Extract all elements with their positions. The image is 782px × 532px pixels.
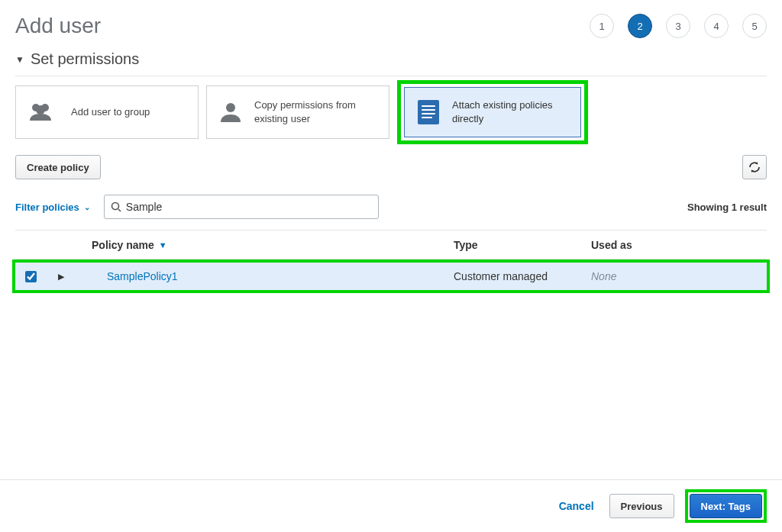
wizard-step-4[interactable]: 4 (704, 14, 729, 38)
svg-rect-4 (418, 100, 439, 124)
refresh-icon (748, 161, 761, 173)
highlighted-row: ▶ SamplePolicy1 Customer managed None (12, 260, 770, 293)
column-used-as[interactable]: Used as (591, 239, 767, 251)
wizard-step-2[interactable]: 2 (628, 14, 652, 38)
search-box[interactable] (104, 195, 379, 219)
search-icon (111, 202, 121, 212)
expand-row[interactable]: ▶ (46, 272, 76, 282)
perm-card-label: Attach existing policies directly (452, 98, 570, 126)
caret-right-icon: ▶ (58, 272, 64, 282)
column-label: Policy name (92, 239, 154, 251)
cancel-button[interactable]: Cancel (559, 500, 594, 512)
column-type[interactable]: Type (454, 239, 591, 251)
chevron-down-icon: ⌄ (84, 203, 90, 211)
policy-type: Customer managed (454, 270, 591, 282)
wizard-footer: Cancel Previous Next: Tags (0, 479, 782, 532)
column-policy-name[interactable]: Policy name ▼ (76, 239, 454, 251)
wizard-steps: 1 2 3 4 5 (590, 14, 767, 38)
table-row[interactable]: ▶ SamplePolicy1 Customer managed None (15, 263, 767, 290)
policy-link[interactable]: SamplePolicy1 (92, 270, 178, 282)
perm-card-copy-permissions[interactable]: Copy permissions from existing user (206, 85, 389, 139)
group-icon (27, 101, 60, 124)
person-icon (218, 101, 244, 124)
wizard-step-1[interactable]: 1 (590, 14, 614, 38)
highlighted-next: Next: Tags (685, 489, 767, 523)
perm-card-add-to-group[interactable]: Add user to group (15, 85, 199, 139)
create-policy-button[interactable]: Create policy (15, 155, 101, 179)
perm-card-label: Copy permissions from existing user (254, 98, 378, 126)
perm-card-attach-policies[interactable]: Attach existing policies directly (397, 80, 588, 144)
wizard-step-3[interactable]: 3 (666, 14, 690, 38)
wizard-step-5[interactable]: 5 (742, 14, 767, 38)
caret-down-icon: ▼ (15, 54, 24, 65)
previous-button[interactable]: Previous (609, 494, 674, 518)
set-permissions-header[interactable]: ▼ Set permissions (0, 50, 782, 76)
row-checkbox[interactable] (25, 271, 37, 282)
svg-point-2 (36, 105, 45, 114)
section-title: Set permissions (31, 50, 139, 68)
table-header: Policy name ▼ Type Used as (15, 231, 767, 260)
search-input[interactable] (126, 201, 372, 213)
svg-point-5 (111, 203, 118, 210)
page-title: Add user (15, 14, 101, 38)
result-count: Showing 1 result (687, 202, 767, 213)
filter-label: Filter policies (15, 202, 79, 213)
next-button[interactable]: Next: Tags (690, 494, 763, 518)
filter-policies-dropdown[interactable]: Filter policies ⌄ (15, 202, 90, 213)
sort-down-icon: ▼ (159, 240, 167, 250)
svg-point-3 (226, 103, 235, 112)
refresh-button[interactable] (742, 155, 767, 179)
perm-card-label: Add user to group (71, 105, 150, 119)
policy-used-as: None (591, 270, 767, 282)
document-icon (415, 98, 441, 126)
